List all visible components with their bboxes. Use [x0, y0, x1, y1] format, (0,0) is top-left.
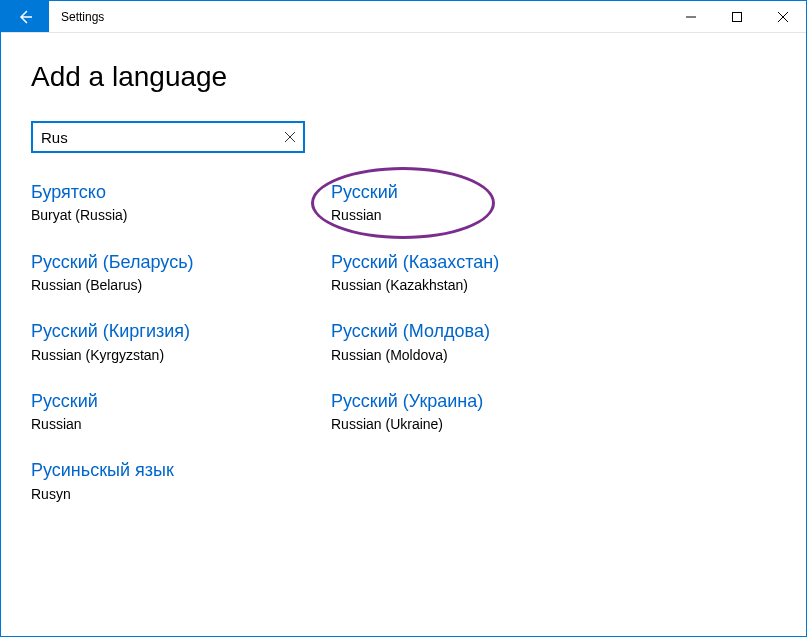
- minimize-button[interactable]: [668, 1, 714, 32]
- arrow-left-icon: [17, 9, 33, 25]
- close-button[interactable]: [760, 1, 806, 32]
- titlebar: Settings: [1, 1, 806, 33]
- svg-rect-0: [733, 12, 742, 21]
- language-english-name: Russian (Belarus): [31, 276, 331, 294]
- language-item[interactable]: Русский (Беларусь)Russian (Belarus): [31, 251, 331, 295]
- page-title: Add a language: [31, 61, 776, 93]
- window-title: Settings: [49, 1, 668, 32]
- search-input[interactable]: [31, 121, 305, 153]
- language-english-name: Russian (Kazakhstan): [331, 276, 631, 294]
- language-native-name: Русский: [331, 181, 631, 204]
- search-container: [31, 121, 305, 153]
- language-english-name: Rusyn: [31, 485, 331, 503]
- language-item[interactable]: Русский (Киргизия)Russian (Kyrgyzstan): [31, 320, 331, 364]
- language-item[interactable]: БурятскоBuryat (Russia): [31, 181, 331, 225]
- language-item[interactable]: РусскийRussian: [31, 390, 331, 434]
- language-native-name: Русский (Беларусь): [31, 251, 331, 274]
- content-area: Add a language БурятскоBuryat (Russia)Ру…: [1, 33, 806, 503]
- language-item[interactable]: Русиньскый языкRusyn: [31, 459, 331, 503]
- close-icon: [778, 12, 788, 22]
- x-icon: [285, 132, 295, 142]
- language-item[interactable]: Русский (Украина)Russian (Ukraine): [331, 390, 631, 434]
- clear-search-button[interactable]: [281, 128, 299, 146]
- language-native-name: Русский (Казахстан): [331, 251, 631, 274]
- language-native-name: Русиньскый язык: [31, 459, 331, 482]
- language-native-name: Бурятско: [31, 181, 331, 204]
- window-controls: [668, 1, 806, 32]
- language-english-name: Russian (Kyrgyzstan): [31, 346, 331, 364]
- language-item[interactable]: Русский (Молдова)Russian (Moldova): [331, 320, 631, 364]
- language-native-name: Русский (Киргизия): [31, 320, 331, 343]
- language-item[interactable]: РусскийRussian: [331, 181, 631, 225]
- language-native-name: Русский: [31, 390, 331, 413]
- language-english-name: Russian: [31, 415, 331, 433]
- language-english-name: Russian (Ukraine): [331, 415, 631, 433]
- language-native-name: Русский (Молдова): [331, 320, 631, 343]
- maximize-button[interactable]: [714, 1, 760, 32]
- language-english-name: Buryat (Russia): [31, 206, 331, 224]
- language-english-name: Russian (Moldova): [331, 346, 631, 364]
- minimize-icon: [686, 12, 696, 22]
- language-native-name: Русский (Украина): [331, 390, 631, 413]
- back-button[interactable]: [1, 1, 49, 32]
- maximize-icon: [732, 12, 742, 22]
- language-item[interactable]: Русский (Казахстан)Russian (Kazakhstan): [331, 251, 631, 295]
- language-english-name: Russian: [331, 206, 631, 224]
- language-results-grid: БурятскоBuryat (Russia)РусскийRussianРус…: [31, 181, 776, 503]
